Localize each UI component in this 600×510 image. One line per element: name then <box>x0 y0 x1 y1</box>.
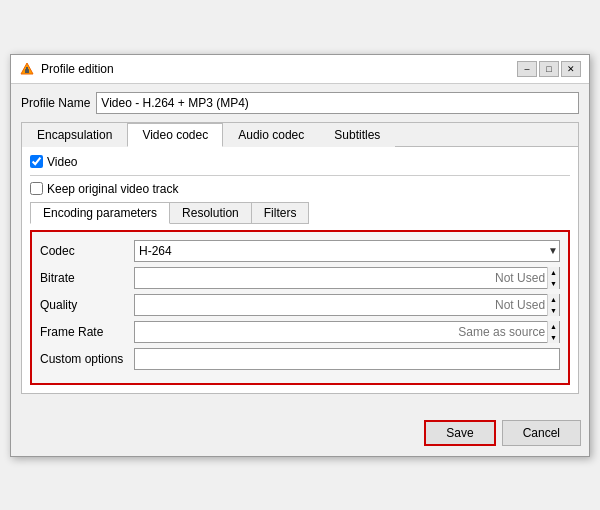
profile-name-row: Profile Name <box>21 92 579 114</box>
tab-audio-codec[interactable]: Audio codec <box>223 123 319 147</box>
outer-tab-bar: Encapsulation Video codec Audio codec Su… <box>22 123 578 147</box>
custom-options-label: Custom options <box>40 352 130 366</box>
close-button[interactable]: ✕ <box>561 61 581 77</box>
quality-down-button[interactable]: ▼ <box>548 305 559 316</box>
window-controls: – □ ✕ <box>517 61 581 77</box>
bitrate-row: Bitrate ▲ ▼ <box>40 267 560 289</box>
maximize-button[interactable]: □ <box>539 61 559 77</box>
video-checkbox-row: Video <box>30 155 570 176</box>
svg-rect-2 <box>26 67 28 69</box>
frame-rate-spinner: ▲ ▼ <box>134 321 560 343</box>
sub-tab-filters[interactable]: Filters <box>251 202 310 224</box>
quality-spinner: ▲ ▼ <box>134 294 560 316</box>
quality-label: Quality <box>40 298 130 312</box>
profile-name-label: Profile Name <box>21 96 90 110</box>
bottom-buttons: Save Cancel <box>19 420 581 446</box>
frame-rate-down-button[interactable]: ▼ <box>548 332 559 343</box>
title-bar: Profile edition – □ ✕ <box>11 55 589 84</box>
profile-edition-window: Profile edition – □ ✕ Profile Name Encap… <box>10 54 590 457</box>
bitrate-label: Bitrate <box>40 271 130 285</box>
tab-subtitles[interactable]: Subtitles <box>319 123 395 147</box>
keep-original-label: Keep original video track <box>47 182 178 196</box>
quality-row: Quality ▲ ▼ <box>40 294 560 316</box>
bottom-area: Save Cancel <box>11 402 589 456</box>
sub-tab-encoding[interactable]: Encoding parameters <box>30 202 170 224</box>
bitrate-input[interactable] <box>135 268 547 288</box>
codec-label: Codec <box>40 244 130 258</box>
sub-tab-resolution[interactable]: Resolution <box>169 202 252 224</box>
frame-rate-label: Frame Rate <box>40 325 130 339</box>
video-codec-tab-content: Video Keep original video track Encoding… <box>22 147 578 393</box>
custom-options-row: Custom options <box>40 348 560 370</box>
svg-rect-1 <box>25 69 29 73</box>
bitrate-spinner: ▲ ▼ <box>134 267 560 289</box>
codec-row: Codec H-264 MPEG-4 HEVC VP8 VP9 ▼ <box>40 240 560 262</box>
tab-encapsulation[interactable]: Encapsulation <box>22 123 127 147</box>
codec-select-wrapper: H-264 MPEG-4 HEVC VP8 VP9 ▼ <box>134 240 560 262</box>
bitrate-spinner-buttons: ▲ ▼ <box>547 267 559 289</box>
frame-rate-row: Frame Rate ▲ ▼ <box>40 321 560 343</box>
quality-up-button[interactable]: ▲ <box>548 294 559 305</box>
profile-name-input[interactable] <box>96 92 579 114</box>
frame-rate-input[interactable] <box>135 322 547 342</box>
vlc-icon <box>19 61 35 77</box>
sub-tab-bar: Encoding parameters Resolution Filters <box>30 202 570 224</box>
save-button[interactable]: Save <box>424 420 495 446</box>
video-checkbox-label: Video <box>47 155 77 169</box>
keep-original-row: Keep original video track <box>30 182 570 196</box>
quality-input[interactable] <box>135 295 547 315</box>
codec-select[interactable]: H-264 MPEG-4 HEVC VP8 VP9 <box>134 240 560 262</box>
quality-spinner-buttons: ▲ ▼ <box>547 294 559 316</box>
custom-options-input[interactable] <box>134 348 560 370</box>
window-body: Profile Name Encapsulation Video codec A… <box>11 84 589 402</box>
tab-video-codec[interactable]: Video codec <box>127 123 223 147</box>
window-title: Profile edition <box>41 62 511 76</box>
encoding-parameters-box: Codec H-264 MPEG-4 HEVC VP8 VP9 ▼ <box>30 230 570 385</box>
video-checkbox[interactable] <box>30 155 43 168</box>
frame-rate-spinner-buttons: ▲ ▼ <box>547 321 559 343</box>
bitrate-down-button[interactable]: ▼ <box>548 278 559 289</box>
cancel-button[interactable]: Cancel <box>502 420 581 446</box>
frame-rate-up-button[interactable]: ▲ <box>548 321 559 332</box>
minimize-button[interactable]: – <box>517 61 537 77</box>
outer-tab-container: Encapsulation Video codec Audio codec Su… <box>21 122 579 394</box>
bitrate-up-button[interactable]: ▲ <box>548 267 559 278</box>
keep-original-checkbox[interactable] <box>30 182 43 195</box>
